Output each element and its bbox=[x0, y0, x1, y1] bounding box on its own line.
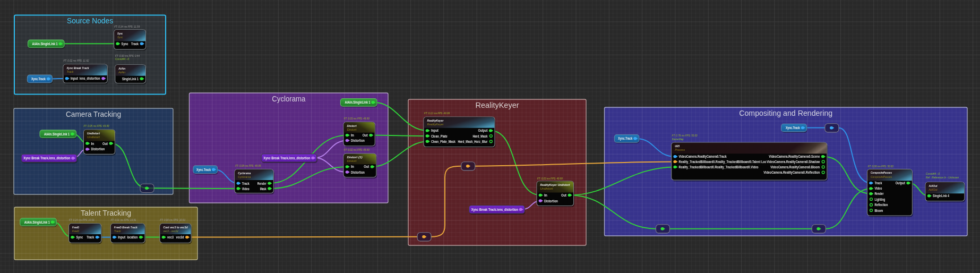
svg-text:Distort: Distort bbox=[347, 128, 357, 131]
svg-text:Distortion: Distortion bbox=[544, 199, 558, 203]
svg-text:Render: Render bbox=[874, 192, 883, 195]
svg-text:Xync Break Track.lens_distorti: Xync Break Track.lens_distortion bbox=[471, 208, 518, 212]
svg-text:Input: Input bbox=[118, 235, 126, 240]
svg-text:location: location bbox=[127, 235, 137, 239]
svg-text:Track: Track bbox=[131, 42, 139, 46]
svg-text:FT: 0.06 ms FPS: 50.00: FT: 0.06 ms FPS: 50.00 bbox=[868, 165, 894, 168]
svg-text:FT: 0.14 ms FPS: 10.91: FT: 0.14 ms FPS: 10.91 bbox=[69, 218, 94, 221]
svg-text:AiAin.SingleLink 1: AiAin.SingleLink 1 bbox=[32, 42, 58, 46]
svg-text:Cyclorama: Cyclorama bbox=[238, 175, 251, 178]
svg-text:VideoCamera.RealityCamera0.Ref: VideoCamera.RealityCamera0.Reflection bbox=[763, 170, 820, 175]
svg-text:Distortion: Distortion bbox=[351, 139, 365, 142]
svg-text:FT: 0.05 ms FPS: 49.99: FT: 0.05 ms FPS: 49.99 bbox=[84, 124, 110, 127]
svg-text:UE5: UE5 bbox=[675, 144, 680, 148]
svg-text:Output: Output bbox=[478, 129, 488, 133]
svg-text:AiAin: AiAin bbox=[118, 71, 126, 74]
svg-text:In: In bbox=[351, 133, 354, 137]
svg-text:RealityKeyer: RealityKeyer bbox=[427, 123, 444, 126]
svg-text:FT: 0.03 ms FPS: 49.99: FT: 0.03 ms FPS: 49.99 bbox=[537, 177, 563, 180]
svg-text:Undistort: Undistort bbox=[540, 187, 553, 190]
svg-text:AiAOut: AiAOut bbox=[929, 188, 938, 191]
svg-text:FreeD Break Track: FreeD Break Track bbox=[114, 226, 138, 229]
svg-text:Source Nodes: Source Nodes bbox=[67, 16, 113, 25]
svg-text:Xync Break Track: Xync Break Track bbox=[66, 66, 89, 70]
svg-text:Out: Out bbox=[102, 142, 108, 146]
svg-text:Track: Track bbox=[242, 182, 250, 185]
svg-text:Xync.Track: Xync.Track bbox=[31, 77, 46, 81]
svg-text:RealityKeyer: RealityKeyer bbox=[476, 101, 519, 109]
svg-text:FreeD: FreeD bbox=[72, 229, 80, 233]
svg-text:Undistort: Undistort bbox=[87, 132, 100, 135]
svg-text:Xync.Track: Xync.Track bbox=[196, 168, 211, 172]
svg-text:Undistort: Undistort bbox=[87, 135, 100, 139]
svg-text:FreeD: FreeD bbox=[72, 226, 80, 229]
svg-text:FT: 0.00 ms FPS: 10.91: FT: 0.00 ms FPS: 10.91 bbox=[160, 218, 185, 221]
svg-text:Track: Track bbox=[874, 181, 882, 185]
svg-text:Clean_Plate: Clean_Plate bbox=[431, 134, 448, 138]
svg-text:Clean_Plate_Mask: Clean_Plate_Mask bbox=[431, 140, 455, 143]
svg-text:Xync Break Track.lens_distorti: Xync Break Track.lens_distortion bbox=[263, 156, 310, 160]
svg-text:Video: Video bbox=[874, 186, 882, 190]
svg-text:Compositing and Rendering: Compositing and Rendering bbox=[739, 109, 832, 117]
svg-text:Reality_TrackedBillboard0.Real: Reality_TrackedBillboard0.Reality_Tracke… bbox=[679, 160, 767, 164]
svg-text:CompositePasses: CompositePasses bbox=[871, 175, 892, 178]
svg-text:Distort: Distort bbox=[347, 124, 357, 127]
svg-text:lens_distortion: lens_distortion bbox=[80, 76, 100, 80]
svg-text:Distortion: Distortion bbox=[351, 170, 365, 174]
svg-text:Out: Out bbox=[364, 165, 369, 168]
svg-text:Reality_TrackedBillboard0.Real: Reality_TrackedBillboard0.Reality_Tracke… bbox=[679, 165, 759, 169]
svg-text:Input: Input bbox=[431, 129, 439, 133]
svg-text:Out: Out bbox=[363, 133, 368, 137]
svg-text:Cyclorama: Cyclorama bbox=[238, 172, 251, 175]
svg-text:VideoCamera.RealityCamera0.Sha: VideoCamera.RealityCamera0.Shadow bbox=[767, 160, 820, 164]
svg-text:VideoCamera.RealityCamera0.Sce: VideoCamera.RealityCamera0.Scene bbox=[769, 155, 820, 159]
svg-text:Track: Track bbox=[114, 229, 122, 233]
svg-text:FT: 0.02 ms FPS: 11.62: FT: 0.02 ms FPS: 11.62 bbox=[64, 59, 89, 62]
svg-text:Xync: Xync bbox=[117, 36, 123, 39]
svg-text:FT: 0.00 ms FPS: 0.44: FT: 0.00 ms FPS: 0.44 bbox=[115, 54, 140, 57]
svg-text:Cyclorama: Cyclorama bbox=[272, 95, 305, 103]
svg-text:Distort: Distort bbox=[347, 159, 357, 163]
svg-text:StarterMap: StarterMap bbox=[672, 138, 684, 141]
svg-text:AiAin.SingleLink 1: AiAin.SingleLink 1 bbox=[44, 132, 70, 136]
svg-text:FT: 0.03 ms FPS: 49.99: FT: 0.03 ms FPS: 49.99 bbox=[344, 117, 370, 120]
svg-text:Reflection: Reflection bbox=[874, 203, 888, 207]
svg-text:SingleLink 1: SingleLink 1 bbox=[122, 77, 139, 81]
svg-text:Xync: Xync bbox=[117, 32, 123, 35]
svg-text:Ref : Reference In - Unknown: Ref : Reference In - Unknown bbox=[926, 176, 959, 179]
svg-text:Distort (1): Distort (1) bbox=[347, 156, 363, 159]
svg-text:FT: 0.14 ms FPS: 11.59: FT: 0.14 ms FPS: 11.59 bbox=[114, 25, 140, 28]
svg-text:In: In bbox=[91, 142, 94, 146]
svg-text:Corvid44 - 0: Corvid44 - 0 bbox=[926, 172, 940, 175]
svg-text:Talent Tracking: Talent Tracking bbox=[81, 209, 131, 217]
svg-text:Render: Render bbox=[257, 182, 267, 185]
svg-text:FT: 0.12 ms FPS: 49.99: FT: 0.12 ms FPS: 49.99 bbox=[424, 112, 450, 115]
svg-text:AiAin.SingleLink 1: AiAin.SingleLink 1 bbox=[24, 220, 50, 225]
svg-text:Xync.Track: Xync.Track bbox=[786, 126, 800, 130]
svg-text:In: In bbox=[351, 165, 354, 168]
svg-text:Video: Video bbox=[242, 187, 250, 191]
svg-text:Input: Input bbox=[71, 76, 79, 81]
svg-text:In: In bbox=[544, 193, 547, 197]
svg-text:Out: Out bbox=[561, 193, 567, 197]
svg-text:Output: Output bbox=[896, 181, 906, 185]
svg-text:vec3: vec3 bbox=[167, 235, 174, 239]
svg-text:Mask: Mask bbox=[260, 187, 267, 191]
svg-text:Xync.Track: Xync.Track bbox=[618, 136, 632, 141]
svg-text:Bloom: Bloom bbox=[874, 209, 883, 212]
svg-text:Camera Tracking: Camera Tracking bbox=[66, 110, 121, 118]
svg-text:FT: 0.02 ms FPS: 49.99: FT: 0.02 ms FPS: 49.99 bbox=[344, 148, 370, 151]
svg-text:FT: 0.01 ms FPS: 10.91: FT: 0.01 ms FPS: 10.91 bbox=[111, 218, 136, 221]
svg-text:VideoCamera.RealityCamera0.Tra: VideoCamera.RealityCamera0.Track bbox=[679, 155, 727, 159]
svg-text:RealityKeyer: RealityKeyer bbox=[427, 119, 444, 122]
svg-text:Hard_Mask: Hard_Mask bbox=[472, 134, 487, 138]
svg-text:Process: Process bbox=[675, 148, 685, 151]
svg-text:Cast vec3 to vec3d: Cast vec3 to vec3d bbox=[164, 226, 188, 229]
svg-text:AiAOut: AiAOut bbox=[929, 184, 938, 187]
svg-text:CompositePasses: CompositePasses bbox=[871, 171, 892, 174]
svg-text:vec3d: vec3d bbox=[176, 235, 184, 239]
svg-text:Sync: Sync bbox=[76, 235, 83, 240]
svg-text:AiAin.SingleLink 1: AiAin.SingleLink 1 bbox=[345, 100, 371, 105]
svg-text:RealityKeyer Undistort: RealityKeyer Undistort bbox=[540, 183, 571, 186]
svg-text:FT: 0.08 ms FPS: 49.99: FT: 0.08 ms FPS: 49.99 bbox=[235, 164, 261, 167]
